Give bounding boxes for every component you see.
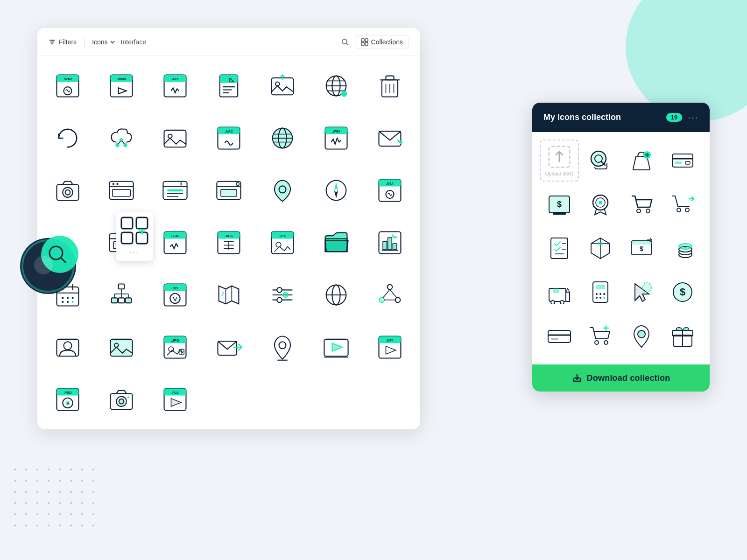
icon-cell-browser3[interactable]	[202, 164, 256, 217]
icon-cell-network[interactable]	[363, 269, 416, 321]
icon-cell-cloud-share[interactable]	[95, 112, 148, 164]
panel-icon-shop-bag-add[interactable]	[622, 140, 661, 182]
upload-svg-cell[interactable]: Upload SVG	[540, 140, 579, 182]
panel-icon-cart[interactable]	[622, 183, 661, 225]
icon-cell-map[interactable]	[202, 269, 256, 321]
icon-cell-image2[interactable]	[95, 321, 148, 373]
panel-icon-map-pin[interactable]	[622, 315, 661, 357]
svg-point-238	[560, 301, 564, 304]
icon-cell-xls[interactable]: .XLS	[202, 217, 256, 269]
icon-cell-chart[interactable]	[363, 217, 416, 269]
svg-line-158	[383, 289, 390, 298]
panel-icon-package[interactable]	[581, 227, 620, 269]
svg-rect-228	[631, 241, 652, 245]
icon-cell-flac[interactable]: .FLAC	[148, 217, 202, 269]
icon-cell-email-send[interactable]	[202, 321, 256, 373]
icon-cell-jpg[interactable]: .JPG	[255, 217, 309, 269]
icon-cell-video[interactable]	[309, 321, 363, 373]
icon-cell-globe[interactable]	[309, 60, 363, 112]
svg-text:.M4A: .M4A	[386, 182, 394, 185]
icon-cell-trash[interactable]	[363, 60, 416, 112]
svg-text:.JPG: .JPG	[171, 338, 179, 343]
icon-cell-with-tooltip[interactable]: ···	[95, 217, 148, 269]
panel-icon-credit-card[interactable]	[663, 140, 702, 182]
panel-icon-search-chat[interactable]	[581, 140, 620, 182]
icon-cell-aac[interactable]: .AAC	[202, 112, 256, 164]
icon-cell-globe3[interactable]	[309, 269, 363, 321]
icon-cell-xd[interactable]: .XD	[148, 269, 202, 321]
collections-button[interactable]: Collections	[355, 35, 409, 49]
icon-cell-flv[interactable]: .FLV	[148, 373, 202, 426]
icon-cell-image-upload[interactable]	[255, 60, 309, 112]
svg-rect-135	[112, 298, 118, 303]
icon-cell-psd[interactable]: .PSD A	[41, 373, 95, 426]
icon-cell-sliders[interactable]	[255, 269, 309, 321]
icon-cell-mp4[interactable]: .MP4	[363, 321, 416, 373]
panel-icon-money-exchange[interactable]: $	[622, 227, 661, 269]
icon-cell-refresh[interactable]	[41, 112, 95, 164]
svg-rect-31	[271, 78, 293, 95]
svg-text:.FLV: .FLV	[171, 391, 179, 395]
icon-cell-browser2[interactable]	[148, 164, 202, 217]
icon-cell-hierarchy[interactable]	[95, 269, 148, 321]
svg-rect-138	[119, 298, 125, 303]
svg-text:$: $	[557, 200, 562, 209]
icons-dropdown[interactable]: Icons	[92, 38, 115, 46]
filters-button[interactable]: Filters	[49, 38, 77, 46]
panel-icon-coins[interactable]: $	[663, 227, 702, 269]
icon-cell-pin[interactable]	[255, 164, 309, 217]
svg-point-254	[595, 341, 599, 344]
panel-icon-dollar-circle[interactable]: $	[663, 271, 702, 313]
icon-cell-doc[interactable]	[202, 60, 256, 112]
search-button[interactable]	[341, 38, 349, 46]
svg-point-248	[642, 283, 652, 292]
icon-cell-camera[interactable]	[41, 164, 95, 217]
panel-icon-grid: Upload SVG	[532, 132, 710, 364]
icon-cell-wma[interactable]: .WMA	[309, 112, 363, 164]
icon-cell-aiff[interactable]: .AIFF	[148, 60, 202, 112]
icon-cell-compass[interactable]	[309, 164, 363, 217]
panel-icon-calculator[interactable]	[581, 271, 620, 313]
icon-cell-browser[interactable]	[95, 164, 148, 217]
panel-icon-gift[interactable]	[663, 315, 702, 357]
svg-point-162	[64, 342, 72, 350]
svg-rect-253	[551, 338, 558, 340]
panel-more-button[interactable]: ···	[688, 112, 698, 123]
icon-cell-image[interactable]	[148, 112, 202, 164]
svg-rect-163	[111, 339, 133, 356]
svg-rect-239	[553, 288, 559, 293]
svg-point-71	[117, 183, 119, 185]
icon-cell-wav[interactable]: .WAV	[41, 60, 95, 112]
download-collection-button[interactable]: Download collection	[532, 364, 710, 392]
svg-marker-143	[219, 286, 239, 304]
icon-cell-location2[interactable]	[255, 321, 309, 373]
panel-icon-price-display[interactable]: $	[540, 183, 579, 225]
icon-cell-camera2[interactable]	[95, 373, 148, 426]
panel-icon-award[interactable]	[581, 183, 620, 225]
panel-icon-credit-card2[interactable]	[540, 315, 579, 357]
icon-cell-folder-open[interactable]	[309, 217, 363, 269]
icon-cell-globe2[interactable]	[255, 112, 309, 164]
svg-point-156	[379, 297, 384, 302]
svg-marker-86	[334, 190, 338, 198]
panel-icon-shipping[interactable]	[540, 271, 579, 313]
icon-cell-jpg2[interactable]: .JPG	[148, 321, 202, 373]
svg-point-39	[341, 91, 347, 97]
icon-cell-m4a[interactable]: .M4A	[363, 164, 416, 217]
icon-cell-profile[interactable]	[41, 321, 95, 373]
svg-text:A: A	[67, 401, 70, 406]
svg-point-67	[65, 190, 70, 195]
panel-icon-cart-add[interactable]	[581, 315, 620, 357]
panel-icon-cart-arrow[interactable]	[663, 183, 702, 225]
svg-point-218	[685, 208, 689, 212]
panel-icon-receipt[interactable]	[540, 227, 579, 269]
divider-1	[84, 36, 85, 48]
svg-point-243	[599, 293, 601, 295]
svg-rect-118	[393, 244, 397, 250]
icon-cell-wmv[interactable]: .WMV	[95, 60, 148, 112]
svg-rect-204	[672, 154, 693, 167]
icon-cell-envelope[interactable]	[363, 112, 416, 164]
svg-point-237	[551, 301, 555, 304]
panel-icon-cursor[interactable]	[622, 271, 661, 313]
svg-point-66	[63, 188, 73, 197]
